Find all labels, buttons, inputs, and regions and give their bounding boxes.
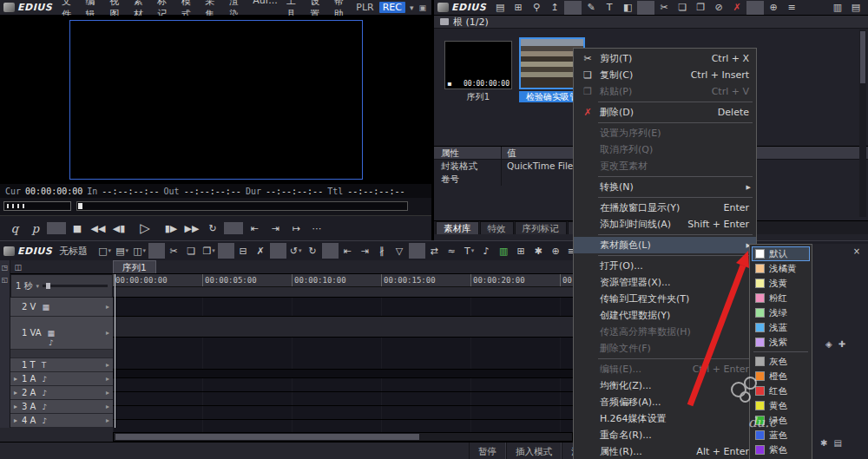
add-marker-icon[interactable]: ▽ bbox=[391, 243, 408, 259]
cut-icon[interactable]: ✂ bbox=[166, 243, 182, 259]
color-menu-item[interactable]: 红色 bbox=[752, 384, 810, 398]
context-menu-item[interactable]: ❐ 粘贴(P) Ctrl + V bbox=[574, 83, 756, 100]
color-menu-item[interactable]: 浅橘黄 bbox=[752, 261, 810, 276]
goto-in-icon[interactable]: ⇤ bbox=[245, 220, 264, 237]
add-icon[interactable]: ⊕ bbox=[765, 1, 782, 15]
chevron-right-icon[interactable]: ▸ bbox=[106, 361, 109, 369]
zoom-slider-thumb[interactable] bbox=[46, 283, 50, 289]
panel-icon[interactable]: ▤ bbox=[833, 438, 841, 448]
context-menu-item[interactable]: 音频偏移(A)... bbox=[574, 394, 756, 410]
next-edit-icon[interactable]: ↦ bbox=[286, 220, 306, 237]
copy-icon[interactable]: ❏ bbox=[674, 1, 691, 15]
jog-control[interactable] bbox=[3, 201, 71, 211]
chevron-right-icon[interactable]: ▸ bbox=[106, 329, 109, 337]
ripple-cut-icon[interactable]: ⊟ bbox=[235, 243, 252, 259]
capture-icon[interactable]: ✎ bbox=[582, 1, 600, 15]
expand-icon[interactable]: ▸ bbox=[14, 403, 19, 410]
caret-icon[interactable]: ▾ bbox=[408, 3, 416, 12]
search-icon[interactable]: ⚲ bbox=[528, 1, 545, 15]
toolbar-icon[interactable] bbox=[218, 243, 234, 259]
track-type-icon[interactable]: ▦ bbox=[42, 303, 49, 311]
toolbar-icon[interactable] bbox=[322, 243, 339, 259]
transport-button[interactable] bbox=[224, 222, 243, 234]
context-menu-item[interactable]: 资源管理器(X)... bbox=[574, 274, 756, 291]
panel-icon[interactable]: ✚ bbox=[838, 339, 845, 349]
goto-out-icon[interactable]: ⇥ bbox=[266, 220, 285, 237]
color-menu-item[interactable]: 浅黄 bbox=[752, 276, 810, 291]
grid-icon[interactable]: ⊞ bbox=[513, 243, 529, 259]
new-sequence-icon[interactable]: □▾ bbox=[96, 243, 113, 259]
clip-thumbnail[interactable]: ▪ 00:00:00:00 bbox=[444, 41, 512, 89]
scrollbar-thumb[interactable] bbox=[860, 31, 865, 83]
bin-tab[interactable]: 序列标记 bbox=[515, 221, 567, 234]
bin-tab[interactable]: 特效 bbox=[480, 221, 514, 234]
title-icon[interactable]: T▾ bbox=[461, 243, 477, 259]
track-header[interactable]: 2 V ▦ ▸ bbox=[10, 298, 113, 317]
expand-icon[interactable]: ▸ bbox=[14, 375, 19, 383]
context-menu-item[interactable]: 素材颜色(L) ▶ bbox=[574, 237, 756, 253]
rec-toggle[interactable]: REC bbox=[379, 2, 405, 13]
context-menu-item[interactable]: 转换(N) ▶ bbox=[574, 179, 756, 195]
color-menu-item[interactable]: 粉红 bbox=[752, 291, 810, 305]
stop-icon[interactable]: ■ bbox=[68, 220, 87, 237]
dock-icon[interactable]: ◱ bbox=[2, 276, 9, 284]
color-menu-item[interactable]: 橙色 bbox=[752, 369, 810, 384]
cut-icon[interactable]: ✂ bbox=[655, 1, 673, 15]
color-menu-item[interactable]: 紫色 bbox=[752, 443, 810, 457]
redo-icon[interactable]: ↻ bbox=[305, 243, 321, 259]
fast-forward-icon[interactable]: ▶▶ bbox=[182, 220, 201, 237]
shuttle-reverse-icon[interactable]: q bbox=[5, 220, 24, 237]
save-project-icon[interactable]: ◫▾ bbox=[131, 243, 148, 259]
zoom-icon[interactable]: ⊕ bbox=[548, 243, 564, 259]
chevron-right-icon[interactable]: ▸ bbox=[106, 416, 109, 424]
toolbar-icon[interactable] bbox=[270, 243, 286, 259]
more-icon[interactable]: ⋯ bbox=[307, 220, 326, 237]
track-type-icon[interactable]: T bbox=[42, 361, 47, 370]
folder-path-bar[interactable]: 根 (1/2) bbox=[434, 16, 868, 29]
rewind-icon[interactable]: ◀◀ bbox=[89, 220, 108, 237]
close-icon[interactable]: × bbox=[851, 246, 863, 257]
context-menu-item[interactable]: 取消序列(Q) bbox=[574, 141, 756, 158]
context-menu-item[interactable]: 添加到时间线(A) Shift + Enter bbox=[574, 216, 756, 233]
shuttle-forward-icon[interactable]: p bbox=[26, 220, 45, 237]
context-menu-item[interactable]: 传输到工程文件夹(T) bbox=[574, 291, 756, 307]
track-type-icon[interactable]: ♪ bbox=[42, 389, 47, 397]
context-menu-item[interactable]: 编辑(E)... Ctrl + Enter bbox=[574, 361, 756, 377]
thumbnail-view-icon[interactable]: ▥ bbox=[829, 1, 846, 15]
toolbar-icon[interactable] bbox=[746, 1, 764, 15]
sequence-tab[interactable]: 序列1 bbox=[113, 260, 156, 273]
properties-icon[interactable]: ≡ bbox=[783, 1, 800, 15]
bin-scrollbar[interactable] bbox=[859, 30, 866, 217]
track-type-icon[interactable]: ▦ bbox=[48, 329, 56, 338]
color-menu-item[interactable]: 浅紫 bbox=[752, 335, 810, 350]
color-menu-item[interactable]: 灰色 bbox=[752, 354, 810, 369]
context-menu-item[interactable]: ✗ 删除(D) Delete bbox=[574, 104, 756, 121]
delete-icon[interactable]: ✗ bbox=[728, 1, 746, 15]
zoom-slider[interactable] bbox=[43, 285, 108, 287]
color-menu-item[interactable]: 黄色 bbox=[752, 398, 810, 413]
plr-toggle[interactable]: PLR bbox=[353, 2, 376, 13]
context-menu-item[interactable]: 传送高分辨率数据(H) bbox=[574, 324, 756, 340]
color-menu-item[interactable]: 浅蓝 bbox=[752, 320, 810, 335]
audio-mixer-icon[interactable]: ▥ bbox=[496, 243, 512, 259]
transport-button[interactable] bbox=[47, 222, 66, 234]
track-header[interactable]: ▸ 4 A ♪ ▸ bbox=[10, 414, 113, 428]
clip-sequence[interactable]: ▪ 00:00:00:00 序列1 bbox=[444, 41, 512, 102]
paste-icon[interactable]: ❐ bbox=[692, 1, 709, 15]
track-type-icon[interactable]: ♪ bbox=[42, 403, 47, 411]
up-folder-icon[interactable]: ↥ bbox=[546, 1, 563, 15]
track-header[interactable]: ▸ 3 A ♪ ▸ bbox=[10, 400, 113, 414]
toolbar-icon[interactable] bbox=[148, 243, 165, 259]
expand-icon[interactable]: ▸ bbox=[14, 416, 19, 424]
loop-icon[interactable]: ↻ bbox=[203, 220, 222, 237]
play-icon[interactable]: ▷ bbox=[130, 220, 160, 237]
context-menu-item[interactable]: 打开(O)... bbox=[574, 258, 756, 274]
timeline-zoom-control[interactable]: 1 秒 ▾ bbox=[10, 274, 113, 298]
split-view-icon[interactable]: ◫ bbox=[15, 263, 23, 272]
layout-icon[interactable]: ▣ bbox=[417, 3, 428, 12]
chevron-right-icon[interactable]: ▸ bbox=[106, 303, 109, 311]
set-out-icon[interactable]: ⇥ bbox=[357, 243, 373, 259]
color-menu-item[interactable]: 绿色 bbox=[752, 413, 810, 428]
copy-icon[interactable]: ❏ bbox=[183, 243, 200, 259]
toolbar-icon[interactable] bbox=[637, 1, 654, 15]
